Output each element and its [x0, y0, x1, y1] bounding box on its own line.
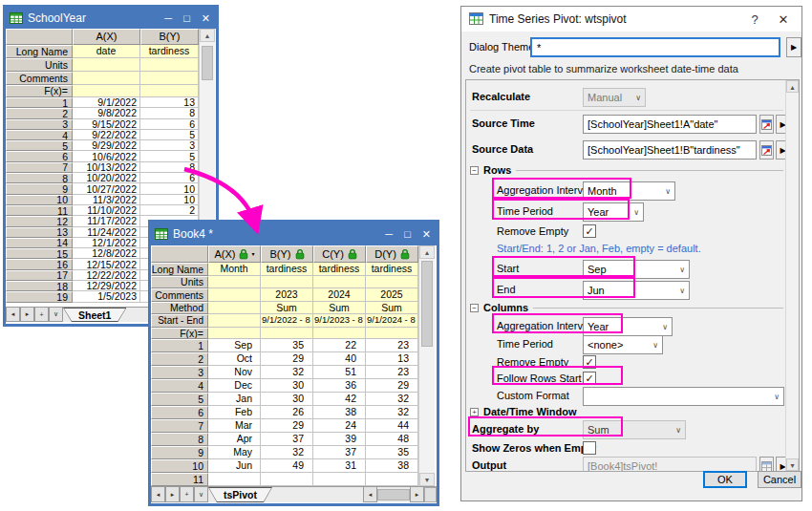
corner-header-cell[interactable] [151, 245, 208, 263]
value-cell[interactable] [261, 473, 313, 486]
date-cell[interactable]: 1/5/2023 [73, 291, 140, 302]
value-cell[interactable]: 42 [313, 393, 366, 406]
row-label[interactable]: 4 [151, 379, 208, 393]
start-end-cell[interactable]: 9/1/2024 - 8 [366, 314, 418, 328]
scrollbar-thumb[interactable] [421, 261, 433, 347]
row-label[interactable]: 6 [6, 151, 73, 161]
row-label[interactable]: 9 [6, 183, 73, 194]
value-cell[interactable]: 49 [261, 459, 313, 473]
row-label[interactable]: 19 [6, 291, 73, 302]
value-cell[interactable]: 38 [313, 406, 366, 419]
scroll-down-icon[interactable]: ▾ [786, 458, 799, 471]
value-cell[interactable]: 37 [313, 446, 366, 459]
tab-add-icon[interactable]: + [180, 487, 194, 502]
comments-cell[interactable]: 2024 [313, 288, 366, 302]
select-sheet-button[interactable] [759, 457, 774, 472]
panel-scrollbar[interactable]: ▴ ▾ [785, 80, 799, 471]
method-cell[interactable] [208, 302, 261, 314]
comments-label[interactable]: Comments [6, 72, 73, 85]
scroll-up-icon[interactable]: ▴ [786, 80, 799, 93]
source-data-input[interactable]: [SchoolYear]Sheet1!B"tardiness" [583, 140, 757, 160]
close-icon[interactable]: ✕ [773, 12, 794, 27]
columns-section-header[interactable]: − Columns [470, 300, 783, 315]
date-cell[interactable]: 11/24/2022 [73, 227, 140, 238]
value-cell[interactable]: 29 [261, 419, 313, 433]
long-name-label[interactable]: Long Name [6, 45, 73, 58]
start-end-label[interactable]: Start - End [151, 314, 208, 328]
long-name-cell[interactable]: Month [208, 263, 261, 276]
units-label[interactable]: Units [6, 58, 73, 72]
column-header-by[interactable]: B(Y) [261, 245, 313, 263]
units-cell[interactable] [140, 58, 199, 72]
fx-cell[interactable] [73, 85, 140, 97]
tab-next-icon[interactable]: ▸ [165, 487, 180, 502]
method-cell[interactable]: Sum [366, 302, 418, 314]
row-label[interactable]: 1 [6, 97, 73, 108]
tab-list-icon[interactable]: ∨ [49, 308, 63, 322]
row-label[interactable]: 18 [6, 281, 73, 291]
comments-cell[interactable] [140, 72, 199, 85]
comments-cell[interactable]: 2025 [366, 288, 418, 302]
row-label[interactable]: 15 [6, 248, 73, 259]
date-cell[interactable]: 10/27/2022 [73, 183, 140, 194]
value-cell[interactable]: 13 [140, 97, 199, 108]
row-label[interactable]: 11 [151, 473, 208, 486]
units-label[interactable]: Units [151, 276, 208, 288]
long-name-cell[interactable]: tardiness [366, 263, 418, 276]
show-zeros-checkbox[interactable] [583, 441, 596, 455]
date-cell[interactable]: 9/29/2022 [73, 140, 140, 151]
month-cell[interactable]: Oct [208, 352, 261, 366]
value-cell[interactable]: 30 [261, 379, 313, 393]
vertical-scrollbar[interactable]: ▴ ▾ [418, 245, 435, 486]
value-cell[interactable]: 38 [366, 459, 418, 473]
month-cell[interactable]: May [208, 446, 261, 459]
month-cell[interactable]: Feb [208, 406, 261, 419]
cancel-button[interactable]: Cancel [758, 471, 801, 488]
start-end-cell[interactable]: 9/1/2023 - 8 [313, 314, 366, 328]
row-label[interactable]: 10 [6, 195, 73, 205]
row-label[interactable]: 8 [151, 433, 208, 446]
month-cell[interactable]: Jan [208, 393, 261, 406]
collapse-icon[interactable]: − [470, 304, 479, 312]
rows-section-header[interactable]: − Rows [470, 162, 783, 178]
value-cell[interactable]: 23 [366, 366, 418, 379]
row-label[interactable]: 8 [6, 173, 73, 183]
units-cell[interactable] [208, 276, 261, 288]
row-label[interactable]: 17 [6, 270, 73, 281]
row-label[interactable]: 5 [151, 393, 208, 406]
value-cell[interactable]: 29 [261, 352, 313, 366]
tab-prev-icon[interactable]: ◂ [151, 487, 165, 502]
month-cell[interactable]: Jun [208, 459, 261, 473]
follow-rows-start-checkbox[interactable]: ✓ [583, 372, 596, 385]
units-cell[interactable] [366, 276, 418, 288]
cols-agg-interval-select[interactable]: Year∨ [583, 317, 673, 336]
maximize-icon[interactable]: □ [404, 224, 411, 244]
row-label[interactable]: 11 [6, 205, 73, 216]
row-label[interactable]: 13 [6, 227, 73, 238]
rows-remove-empty-checkbox[interactable]: ✓ [583, 224, 596, 238]
scroll-up-icon[interactable]: ▴ [200, 29, 215, 42]
ok-button[interactable]: OK [703, 471, 747, 488]
value-cell[interactable]: 48 [366, 433, 418, 446]
date-cell[interactable]: 11/17/2022 [73, 216, 140, 226]
fx-cell[interactable] [261, 328, 313, 339]
close-icon[interactable]: ✕ [202, 9, 210, 28]
date-cell[interactable]: 11/10/2022 [73, 205, 140, 216]
horizontal-scrollbar[interactable]: ◂ ▸ [363, 487, 437, 502]
column-header-dy[interactable]: D(Y) [366, 245, 418, 263]
end-select[interactable]: Jun∨ [583, 281, 690, 300]
row-label[interactable]: 9 [151, 446, 208, 459]
rows-agg-interval-select[interactable]: Month∨ [583, 181, 675, 201]
date-cell[interactable]: 11/3/2022 [73, 195, 140, 205]
value-cell[interactable]: 32 [366, 393, 418, 406]
fx-cell[interactable] [208, 328, 261, 339]
row-label[interactable]: 2 [6, 108, 73, 118]
row-label[interactable]: 3 [6, 119, 73, 130]
date-cell[interactable]: 9/1/2022 [73, 97, 140, 108]
schoolyear-titlebar[interactable]: SchoolYear ─ □ ✕ [6, 8, 216, 29]
fx-cell[interactable] [140, 85, 199, 97]
row-label[interactable]: 1 [151, 339, 208, 352]
value-cell[interactable]: 22 [313, 339, 366, 352]
sheet-tab[interactable]: Sheet1 [63, 308, 126, 322]
long-name-cell[interactable]: tardiness [261, 263, 313, 276]
